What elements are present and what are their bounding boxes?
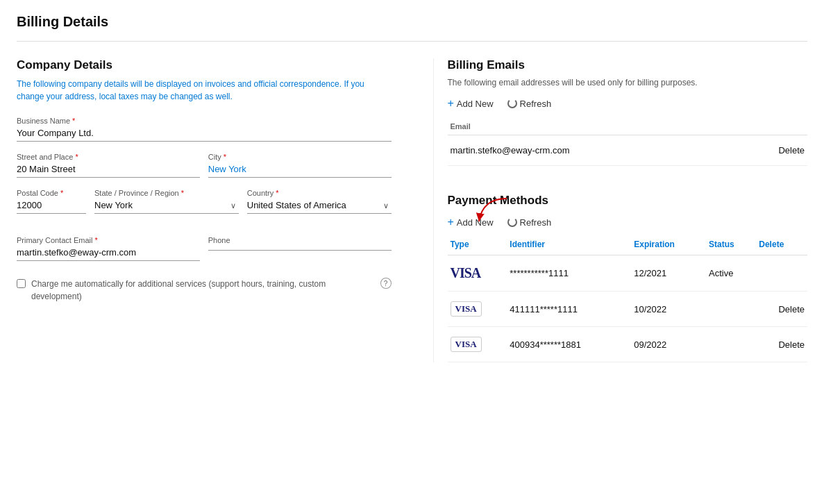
- billing-emails-refresh-button[interactable]: Refresh: [507, 99, 552, 109]
- billing-emails-desc: The following email addresses will be us…: [448, 78, 808, 87]
- plus-icon: +: [448, 97, 454, 110]
- payment-add-new-button[interactable]: + Add New: [448, 216, 494, 228]
- street-field: Street and Place * 20 Main Street: [17, 153, 200, 178]
- payment-identifier: 411111*****1111: [507, 292, 631, 327]
- country-label: Country *: [247, 189, 392, 197]
- payment-row: VISA ***********1111 12/2021 Active: [448, 255, 808, 292]
- payment-identifier: 400934******1881: [507, 327, 631, 362]
- billing-emails-action-bar: + Add New Refresh: [448, 97, 808, 110]
- company-section-title: Company Details: [17, 58, 392, 72]
- contact-email-label: Primary Contact Email *: [17, 236, 200, 244]
- billing-emails-add-new-button[interactable]: + Add New: [448, 97, 494, 110]
- contact-email-value[interactable]: martin.stefko@eway-crm.com: [17, 247, 200, 261]
- postal-state-country-row: Postal Code * 12000 State / Province / R…: [17, 189, 392, 225]
- billing-emails-section: Billing Emails The following email addre…: [448, 58, 808, 166]
- company-section-desc: The following company details will be di…: [17, 78, 392, 103]
- payment-delete-button[interactable]: Delete: [756, 327, 807, 362]
- city-field: City * New York: [208, 153, 392, 178]
- postal-field: Postal Code * 12000: [17, 189, 86, 214]
- state-label: State / Province / Region *: [94, 189, 239, 197]
- refresh-icon: [507, 99, 517, 108]
- payment-status: [706, 292, 756, 327]
- payment-status: Active: [706, 255, 756, 292]
- payment-type-visa-small: VISA: [448, 327, 507, 362]
- payment-action-bar: + Add New Refresh: [448, 216, 808, 228]
- title-divider: [17, 41, 807, 42]
- street-value[interactable]: 20 Main Street: [17, 164, 200, 178]
- street-city-row: Street and Place * 20 Main Street City *…: [17, 153, 392, 189]
- payment-expiration: 10/2022: [631, 292, 706, 327]
- billing-email-address: martin.stefko@eway-crm.com: [448, 135, 735, 166]
- billing-email-delete-button[interactable]: Delete: [734, 135, 807, 166]
- payment-row: VISA 400934******1881 09/2022 Delete: [448, 327, 808, 362]
- billing-emails-table: Email martin.stefko@eway-crm.com Delete: [448, 118, 808, 166]
- city-label: City *: [208, 153, 392, 161]
- payment-expiration: 12/2021: [631, 255, 706, 292]
- state-field: State / Province / Region * New York: [94, 189, 239, 214]
- payment-refresh-button[interactable]: Refresh: [507, 217, 552, 228]
- country-value[interactable]: United States of America: [247, 200, 392, 214]
- payment-type-visa-large: VISA: [448, 255, 507, 292]
- contact-email-field: Primary Contact Email * martin.stefko@ew…: [17, 236, 200, 261]
- plus-icon-payment: +: [448, 216, 454, 228]
- postal-value[interactable]: 12000: [17, 200, 86, 214]
- identifier-column-header: Identifier: [507, 234, 631, 255]
- right-panel: Billing Emails The following email addre…: [433, 58, 808, 362]
- auto-charge-row: Charge me automatically for additional s…: [17, 278, 392, 303]
- payment-status: [706, 327, 756, 362]
- page-title: Billing Details: [17, 14, 807, 30]
- auto-charge-label: Charge me automatically for additional s…: [31, 278, 375, 303]
- phone-value[interactable]: [208, 247, 392, 251]
- email-phone-row: Primary Contact Email * martin.stefko@ew…: [17, 236, 392, 272]
- status-column-header: Status: [706, 234, 756, 255]
- type-column-header: Type: [448, 234, 507, 255]
- delete-column-header: Delete: [756, 234, 807, 255]
- phone-label: Phone: [208, 236, 392, 244]
- payment-type-visa-small: VISA: [448, 292, 507, 327]
- payment-identifier: ***********1111: [507, 255, 631, 292]
- street-label: Street and Place *: [17, 153, 200, 161]
- city-value[interactable]: New York: [208, 164, 392, 178]
- business-name-label: Business Name *: [17, 117, 392, 125]
- email-column-header: Email: [448, 118, 735, 135]
- payment-delete: [756, 255, 807, 292]
- payment-methods-section: Payment Methods + Add New Refresh: [448, 194, 808, 362]
- expiration-column-header: Expiration: [631, 234, 706, 255]
- phone-field: Phone: [208, 236, 392, 261]
- state-value[interactable]: New York: [94, 200, 239, 214]
- billing-emails-title: Billing Emails: [448, 58, 808, 72]
- business-name-value[interactable]: Your Company Ltd.: [17, 128, 392, 142]
- payment-methods-table: Type Identifier Expiration Status Delete…: [448, 234, 808, 362]
- payment-row: VISA 411111*****1111 10/2022 Delete: [448, 292, 808, 327]
- country-field: Country * United States of America: [247, 189, 392, 214]
- company-details-panel: Company Details The following company de…: [17, 58, 392, 362]
- postal-label: Postal Code *: [17, 189, 86, 197]
- billing-email-row: martin.stefko@eway-crm.com Delete: [448, 135, 808, 166]
- payment-delete-button[interactable]: Delete: [756, 292, 807, 327]
- auto-charge-checkbox[interactable]: [17, 279, 26, 288]
- payment-expiration: 09/2022: [631, 327, 706, 362]
- info-icon[interactable]: ?: [380, 278, 392, 289]
- business-name-field: Business Name * Your Company Ltd.: [17, 117, 392, 142]
